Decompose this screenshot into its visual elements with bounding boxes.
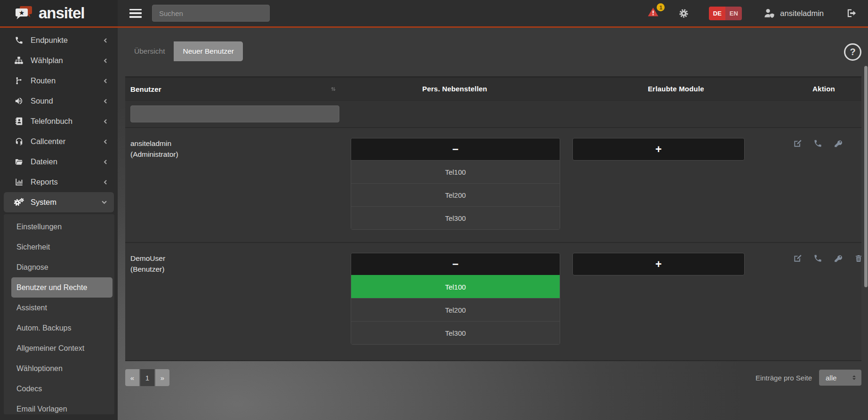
system-submenu: Einstellungen Sicherheit Diagnose Benutz… — [4, 214, 114, 414]
submenu-item-waehloptionen[interactable]: Wähloptionen — [4, 358, 114, 379]
submenu-item-autom-backups[interactable]: Autom. Backups — [4, 318, 114, 338]
sidebar-item-reports[interactable]: Reports — [0, 172, 118, 192]
submenu-item-sicherheit[interactable]: Sicherheit — [4, 237, 114, 257]
call-user-button[interactable] — [813, 139, 822, 148]
collapse-extensions-button[interactable]: − — [351, 138, 560, 160]
submenu-item-einstellungen[interactable]: Einstellungen — [4, 217, 114, 237]
user-role: (Benutzer) — [130, 264, 344, 275]
settings-gear-button[interactable] — [678, 8, 689, 19]
chevron-left-icon — [103, 119, 108, 124]
sitemap-icon — [13, 56, 24, 65]
user-filter-input[interactable] — [130, 105, 339, 122]
call-user-button[interactable] — [813, 254, 822, 263]
language-de-button[interactable]: DE — [709, 7, 725, 20]
column-header-benutzer: Benutzer — [130, 85, 161, 93]
tab-uebersicht[interactable]: Übersicht — [125, 41, 174, 61]
submenu-item-diagnose[interactable]: Diagnose — [4, 257, 114, 277]
tab-neuer-benutzer[interactable]: Neuer Benutzer — [174, 41, 243, 61]
expand-modules-button[interactable]: + — [572, 253, 745, 275]
user-name: ansiteladmin — [130, 138, 344, 149]
column-header-aktion: Aktion — [786, 78, 861, 100]
delete-user-button[interactable] — [854, 254, 863, 263]
sidebar-item-endpunkte[interactable]: Endpunkte — [0, 30, 118, 50]
pagination: « 1 » — [125, 369, 169, 386]
sidebar-item-telefonbuch[interactable]: Telefonbuch — [0, 111, 118, 131]
table-footer: « 1 » Einträge pro Seite alle — [125, 369, 861, 386]
sidebar-item-waehlplan[interactable]: Wählplan — [0, 50, 118, 71]
submenu-item-allgemeiner-context[interactable]: Allgemeiner Context — [4, 338, 114, 358]
user-table: Benutzer Pers. Nebenstellen Erlaubte Mod… — [125, 76, 861, 361]
logout-button[interactable] — [846, 8, 857, 18]
sidebar-item-dateien[interactable]: Dateien — [0, 152, 118, 172]
filter-row — [125, 100, 861, 127]
per-page-label: Einträge pro Seite — [755, 374, 812, 382]
chart-bar-icon — [13, 178, 24, 186]
password-key-button[interactable] — [834, 139, 843, 148]
sidebar-item-sound[interactable]: Sound — [0, 91, 118, 111]
per-page-select[interactable]: alle — [819, 370, 861, 386]
svg-text:★: ★ — [19, 9, 25, 16]
extensions-listbox: − Tel100 Tel200 Tel300 — [351, 253, 560, 345]
extension-option[interactable]: Tel300 — [351, 321, 560, 344]
address-book-icon — [13, 117, 24, 126]
extension-option[interactable]: Tel300 — [351, 206, 560, 229]
table-row: ansiteladmin (Administrator) − Tel100 Te… — [125, 127, 861, 242]
user-shield-icon — [764, 8, 775, 18]
volume-icon — [13, 97, 24, 105]
search-input[interactable] — [152, 5, 270, 22]
pagination-prev-button[interactable]: « — [125, 369, 139, 386]
table-row: DemoUser (Benutzer) − Tel100 Tel200 Tel3… — [125, 242, 861, 360]
help-button[interactable]: ? — [844, 43, 861, 61]
extension-option[interactable]: Tel100 — [351, 160, 560, 183]
sidebar-item-system[interactable]: System — [4, 192, 114, 212]
collapse-extensions-button[interactable]: − — [351, 253, 560, 275]
accent-underline — [0, 26, 868, 28]
edit-user-button[interactable] — [793, 254, 802, 263]
language-en-button[interactable]: EN — [725, 7, 742, 20]
alert-button[interactable]: 1 — [647, 7, 659, 20]
sidebar-item-callcenter[interactable]: Callcenter — [0, 131, 118, 152]
chevron-left-icon — [103, 38, 108, 43]
scrollbar-thumb[interactable] — [864, 66, 868, 287]
user-menu[interactable]: ansiteladmin — [764, 8, 824, 18]
expand-modules-button[interactable]: + — [572, 138, 745, 161]
headset-icon — [13, 137, 24, 146]
phone-icon — [13, 36, 24, 45]
main-content: Übersicht Neuer Benutzer ? Benutzer Pers… — [118, 28, 868, 420]
chevron-left-icon — [103, 159, 108, 165]
logo: ★ ansitel — [0, 0, 118, 26]
extensions-listbox: − Tel100 Tel200 Tel300 — [351, 138, 560, 230]
cogs-icon — [13, 198, 24, 207]
column-header-nebenstellen: Pers. Nebenstellen — [344, 78, 566, 100]
pagination-next-button[interactable]: » — [155, 369, 169, 386]
pagination-page-1[interactable]: 1 — [140, 369, 154, 386]
extension-option[interactable]: Tel200 — [351, 183, 560, 206]
menu-icon[interactable] — [129, 9, 142, 18]
column-header-module: Erlaubte Module — [566, 78, 786, 100]
chevron-left-icon — [103, 98, 108, 104]
ansitel-logo-icon: ★ — [14, 5, 34, 22]
sort-icon[interactable] — [329, 85, 338, 93]
chevron-down-icon — [101, 199, 107, 205]
route-icon — [13, 76, 24, 85]
submenu-item-codecs[interactable]: Codecs — [4, 379, 114, 399]
submenu-item-assistent[interactable]: Assistent — [4, 298, 114, 318]
extension-option-selected[interactable]: Tel100 — [351, 275, 560, 298]
password-key-button[interactable] — [834, 254, 843, 263]
select-arrows-icon — [844, 374, 858, 381]
user-name: DemoUser — [130, 253, 344, 264]
per-page-value: alle — [826, 374, 836, 382]
sidebar-item-routen[interactable]: Routen — [0, 71, 118, 91]
edit-user-button[interactable] — [793, 139, 802, 148]
logo-text: ansitel — [39, 4, 85, 22]
topbar-right: 1 DE EN ansiteladmin — [647, 7, 868, 20]
table-header: Benutzer Pers. Nebenstellen Erlaubte Mod… — [125, 78, 861, 100]
topbar: ★ ansitel 1 DE — [0, 0, 868, 26]
submenu-item-email-vorlagen[interactable]: Email Vorlagen — [4, 399, 114, 414]
chevron-left-icon — [103, 78, 108, 84]
alert-count-badge: 1 — [657, 3, 665, 11]
extension-option[interactable]: Tel200 — [351, 298, 560, 321]
submenu-item-benutzer-und-rechte[interactable]: Benutzer und Rechte — [11, 277, 113, 298]
sidebar: Endpunkte Wählplan Routen Sound — [0, 28, 118, 420]
language-switcher: DE EN — [709, 7, 742, 20]
